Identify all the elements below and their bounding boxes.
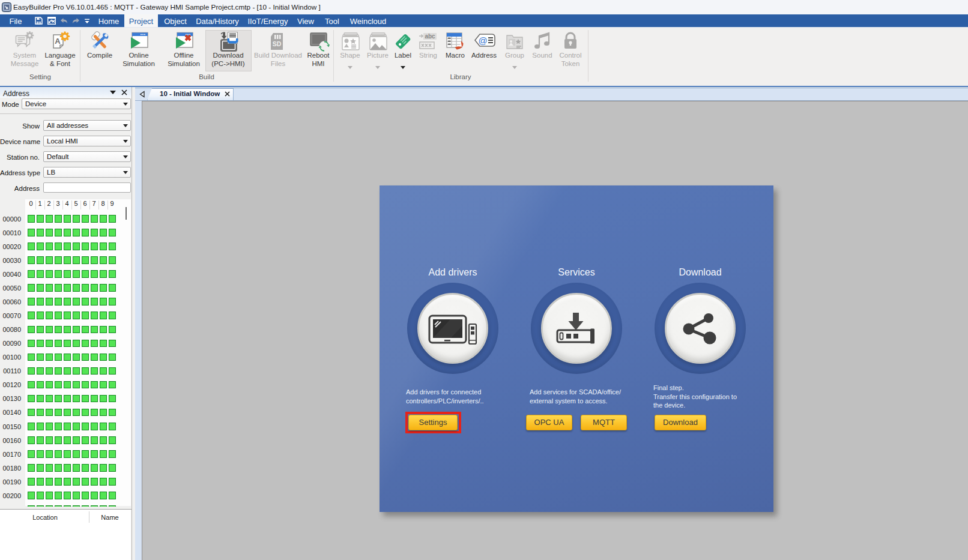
svg-text:SD: SD — [273, 40, 282, 47]
svg-text:A: A — [55, 37, 61, 46]
